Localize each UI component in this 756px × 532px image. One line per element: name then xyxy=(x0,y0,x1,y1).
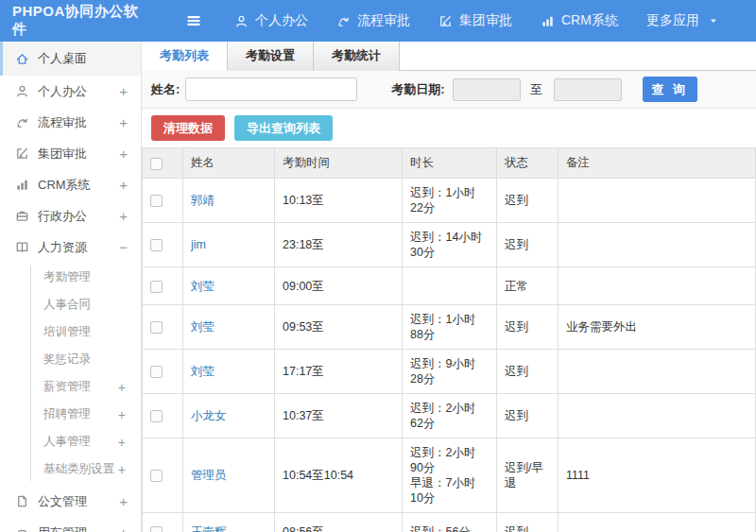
topnav-item-label: 集团审批 xyxy=(459,12,512,29)
sidebar-item[interactable]: 用车管理+ xyxy=(0,517,141,532)
name-link[interactable]: 管理员 xyxy=(191,469,227,482)
edit-icon xyxy=(15,146,29,161)
date-to-input[interactable] xyxy=(554,78,622,101)
query-button[interactable]: 查 询 xyxy=(643,77,697,102)
menu-icon[interactable] xyxy=(185,12,202,29)
sidebar-item-label: 行政办公 xyxy=(38,208,87,225)
expand-toggle-icon[interactable]: − xyxy=(119,240,128,254)
date-from-input[interactable] xyxy=(453,78,521,101)
table-row: 王壹辉08:56至迟到：56分迟到 xyxy=(143,513,756,532)
note-cell: 1111 xyxy=(558,438,756,513)
name-cell: 刘莹 xyxy=(183,350,275,394)
row-checkbox[interactable] xyxy=(150,321,163,334)
sidebar-subitem[interactable]: 基础类别设置+ xyxy=(0,455,141,483)
sidebar-subitem[interactable]: 考勤管理 xyxy=(0,264,141,291)
sidebar-item[interactable]: 集团审批+ xyxy=(0,138,141,169)
row-checkbox[interactable] xyxy=(150,366,163,378)
table-header-row: 姓名考勤时间时长状态备注 xyxy=(143,148,756,179)
name-link[interactable]: 小龙女 xyxy=(191,409,227,422)
tab-考勤统计[interactable]: 考勤统计 xyxy=(314,42,400,71)
name-input[interactable] xyxy=(185,77,357,101)
name-cell: 小龙女 xyxy=(183,394,275,438)
row-checkbox[interactable] xyxy=(150,239,163,251)
duration-line: 迟到：56分 xyxy=(410,524,489,532)
topnav-item[interactable]: 集团审批 xyxy=(438,12,512,29)
column-header: 时长 xyxy=(403,148,497,179)
caret-icon xyxy=(708,15,719,26)
row-checkbox[interactable] xyxy=(150,526,163,532)
sidebar-subitem[interactable]: 奖惩记录 xyxy=(0,346,141,373)
topnav-item[interactable]: 更多应用 xyxy=(646,12,719,29)
duration-line: 迟到：1小时88分 xyxy=(410,312,489,342)
table-row: 刘莹17:17至迟到：9小时28分迟到 xyxy=(143,350,756,394)
name-link[interactable]: 郭靖 xyxy=(191,194,215,207)
sidebar-item[interactable]: 行政办公+ xyxy=(0,200,141,232)
duration-line: 迟到：9小时28分 xyxy=(410,356,489,386)
row-checkbox[interactable] xyxy=(150,281,163,293)
expand-toggle-icon[interactable]: + xyxy=(119,178,128,192)
row-checkbox[interactable] xyxy=(150,470,163,482)
expand-toggle-icon[interactable]: + xyxy=(118,436,126,449)
time-cell: 08:56至 xyxy=(275,513,403,532)
name-link[interactable]: jim xyxy=(191,238,206,251)
name-link[interactable]: 刘莹 xyxy=(191,280,215,293)
topnav-item-label: 流程审批 xyxy=(357,12,410,29)
date-label: 考勤日期: xyxy=(391,81,444,98)
name-link[interactable]: 王壹辉 xyxy=(191,525,227,532)
table-row: 刘莹09:00至正常 xyxy=(143,267,756,305)
topnav-item[interactable]: CRM系统 xyxy=(541,12,618,29)
sidebar-subitem[interactable]: 人事合同 xyxy=(0,291,141,318)
select-all-checkbox[interactable] xyxy=(150,158,163,170)
toolbar: 清理数据 导出查询列表 xyxy=(142,109,756,147)
expand-toggle-icon[interactable]: + xyxy=(118,381,126,394)
top-nav: 个人办公流程审批集团审批CRM系统更多应用 xyxy=(234,12,747,29)
topnav-item[interactable]: 个人办公 xyxy=(234,12,308,29)
sidebar-subitem[interactable]: 薪资管理+ xyxy=(0,373,141,401)
chart-icon xyxy=(541,14,555,28)
expand-toggle-icon[interactable]: + xyxy=(119,84,128,98)
sidebar-item[interactable]: 公文管理+ xyxy=(0,486,141,517)
sidebar-item[interactable]: 个人桌面 xyxy=(0,42,141,76)
table-row: 郭靖10:13至迟到：1小时22分迟到 xyxy=(143,179,756,223)
expand-toggle-icon[interactable]: + xyxy=(119,525,128,532)
briefcase-icon xyxy=(15,209,29,223)
user-icon xyxy=(15,84,29,98)
name-link[interactable]: 刘莹 xyxy=(191,320,215,334)
row-checkbox[interactable] xyxy=(150,195,163,207)
clear-data-button[interactable]: 清理数据 xyxy=(151,115,225,141)
sidebar-item[interactable]: CRM系统+ xyxy=(0,169,141,200)
sidebar-subitem-label: 招聘管理 xyxy=(43,406,91,422)
sidebar-subitem[interactable]: 招聘管理+ xyxy=(0,401,141,428)
sidebar-subitem[interactable]: 培训管理 xyxy=(0,318,141,346)
tab-考勤设置[interactable]: 考勤设置 xyxy=(228,42,314,71)
duration-cell xyxy=(403,267,497,305)
row-checkbox-cell xyxy=(143,179,183,223)
expand-toggle-icon[interactable]: + xyxy=(119,146,128,161)
tab-考勤列表[interactable]: 考勤列表 xyxy=(142,42,228,71)
expand-toggle-icon[interactable]: + xyxy=(119,494,128,508)
sidebar-subitem[interactable]: 人事管理+ xyxy=(0,428,141,455)
export-list-button[interactable]: 导出查询列表 xyxy=(234,115,333,141)
sidebar-subitem-label: 培训管理 xyxy=(43,324,91,340)
name-cell: 管理员 xyxy=(183,438,275,513)
sidebar-item[interactable]: 流程审批+ xyxy=(0,107,141,138)
row-checkbox-cell xyxy=(143,394,183,438)
row-checkbox[interactable] xyxy=(150,410,163,422)
status-cell: 迟到 xyxy=(497,223,558,267)
topnav-item[interactable]: 流程审批 xyxy=(336,12,410,29)
sidebar-item[interactable]: 人力资源− xyxy=(0,232,141,263)
sidebar-item[interactable]: 个人办公+ xyxy=(0,76,141,107)
name-link[interactable]: 刘莹 xyxy=(191,365,215,378)
sidebar-item-label: 用车管理 xyxy=(38,524,87,532)
time-cell: 10:54至10:54 xyxy=(275,438,403,513)
status-cell: 迟到 xyxy=(497,350,558,394)
expand-toggle-icon[interactable]: + xyxy=(118,408,126,421)
expand-toggle-icon[interactable]: + xyxy=(119,115,128,129)
row-checkbox-cell xyxy=(143,305,183,350)
expand-toggle-icon[interactable]: + xyxy=(118,463,126,476)
topnav-item-label: CRM系统 xyxy=(561,12,618,29)
main-content: 考勤列表考勤设置考勤统计 姓名: 考勤日期: 至 查 询 清理数据 导出查询列表 xyxy=(142,42,756,532)
row-checkbox-cell xyxy=(143,513,183,532)
sidebar-item-label: 流程审批 xyxy=(38,114,87,131)
expand-toggle-icon[interactable]: + xyxy=(119,209,128,223)
